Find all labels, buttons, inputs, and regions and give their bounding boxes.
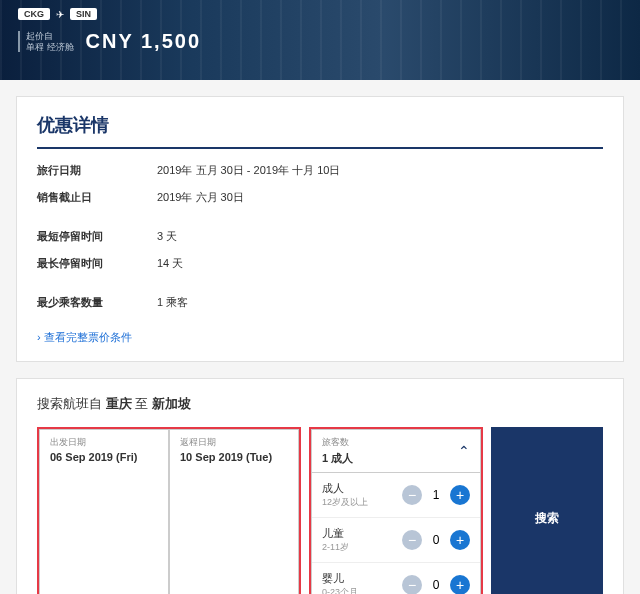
pax-sub: 12岁及以上 — [322, 496, 368, 509]
pax-row-child: 儿童 2-11岁 − 0 + — [312, 518, 480, 563]
search-title: 搜索航班自 重庆 至 新加坡 — [37, 395, 603, 413]
child-plus-button[interactable]: + — [450, 530, 470, 550]
return-value: 10 Sep 2019 (Tue) — [180, 451, 288, 463]
infant-count: 0 — [430, 578, 442, 592]
hero-banner: CKG ✈ SIN 起价自 单程 经济舱 CNY 1,500 — [0, 0, 640, 80]
details-title: 优惠详情 — [37, 113, 603, 149]
info-value: 2019年 五月 30日 - 2019年 十月 10日 — [157, 163, 340, 178]
pax-sub: 0-23个月 — [322, 586, 358, 594]
price-row: 起价自 单程 经济舱 CNY 1,500 — [18, 30, 622, 53]
origin-badge: CKG — [18, 8, 50, 20]
pax-sub: 2-11岁 — [322, 541, 349, 554]
info-row: 最少乘客数量 1 乘客 — [37, 295, 603, 310]
info-value: 3 天 — [157, 229, 177, 244]
passenger-dropdown: 成人 12岁及以上 − 1 + 儿童 2-11岁 − — [311, 473, 481, 594]
price-label: 起价自 单程 经济舱 — [18, 31, 74, 53]
adult-plus-button[interactable]: + — [450, 485, 470, 505]
info-label: 最长停留时间 — [37, 256, 157, 271]
pax-name: 儿童 — [322, 526, 349, 541]
depart-label: 出发日期 — [50, 436, 158, 449]
pax-label: 旅客数 — [322, 436, 353, 449]
search-button[interactable]: 搜索 — [491, 427, 603, 594]
search-card: 搜索航班自 重庆 至 新加坡 出发日期 06 Sep 2019 (Fri) 返程… — [16, 378, 624, 594]
pax-name: 成人 — [322, 481, 368, 496]
search-row: 出发日期 06 Sep 2019 (Fri) 返程日期 10 Sep 2019 … — [37, 427, 603, 594]
plane-icon: ✈ — [56, 9, 64, 20]
adult-count: 1 — [430, 488, 442, 502]
price-prefix: 起价自 — [26, 31, 74, 42]
search-to: 新加坡 — [152, 396, 191, 411]
info-value: 1 乘客 — [157, 295, 188, 310]
fare-conditions-link[interactable]: › 查看完整票价条件 — [37, 330, 132, 345]
search-from: 重庆 — [106, 396, 132, 411]
info-label: 最少乘客数量 — [37, 295, 157, 310]
search-prefix: 搜索航班自 — [37, 396, 106, 411]
adult-minus-button[interactable]: − — [402, 485, 422, 505]
info-label: 旅行日期 — [37, 163, 157, 178]
info-row: 最长停留时间 14 天 — [37, 256, 603, 271]
currency: CNY — [86, 30, 134, 52]
info-label: 最短停留时间 — [37, 229, 157, 244]
info-row: 最短停留时间 3 天 — [37, 229, 603, 244]
search-mid: 至 — [132, 396, 152, 411]
child-minus-button[interactable]: − — [402, 530, 422, 550]
depart-value: 06 Sep 2019 (Fri) — [50, 451, 158, 463]
infant-plus-button[interactable]: + — [450, 575, 470, 594]
dest-badge: SIN — [70, 8, 97, 20]
info-row: 旅行日期 2019年 五月 30日 - 2019年 十月 10日 — [37, 163, 603, 178]
child-count: 0 — [430, 533, 442, 547]
pax-row-adult: 成人 12岁及以上 − 1 + — [312, 473, 480, 518]
return-label: 返程日期 — [180, 436, 288, 449]
infant-minus-button[interactable]: − — [402, 575, 422, 594]
depart-date-field[interactable]: 出发日期 06 Sep 2019 (Fri) — [39, 429, 169, 594]
price-value: CNY 1,500 — [86, 30, 202, 53]
price-sub: 单程 经济舱 — [26, 42, 74, 53]
info-row: 销售截止日 2019年 六月 30日 — [37, 190, 603, 205]
route-badges: CKG ✈ SIN — [18, 8, 622, 20]
price-amount: 1,500 — [141, 30, 201, 52]
pax-row-infant: 婴儿 0-23个月 − 0 + — [312, 563, 480, 594]
passenger-field[interactable]: 旅客数 1 成人 ⌃ — [311, 429, 481, 473]
return-date-field[interactable]: 返程日期 10 Sep 2019 (Tue) — [169, 429, 299, 594]
info-value: 2019年 六月 30日 — [157, 190, 244, 205]
pax-highlight: 旅客数 1 成人 ⌃ 成人 12岁及以上 − 1 + — [309, 427, 483, 594]
info-value: 14 天 — [157, 256, 183, 271]
chevron-up-icon: ⌃ — [458, 443, 470, 459]
details-card: 优惠详情 旅行日期 2019年 五月 30日 - 2019年 十月 10日 销售… — [16, 96, 624, 362]
pax-value: 1 成人 — [322, 451, 353, 466]
pax-name: 婴儿 — [322, 571, 358, 586]
info-label: 销售截止日 — [37, 190, 157, 205]
date-group-highlight: 出发日期 06 Sep 2019 (Fri) 返程日期 10 Sep 2019 … — [37, 427, 301, 594]
